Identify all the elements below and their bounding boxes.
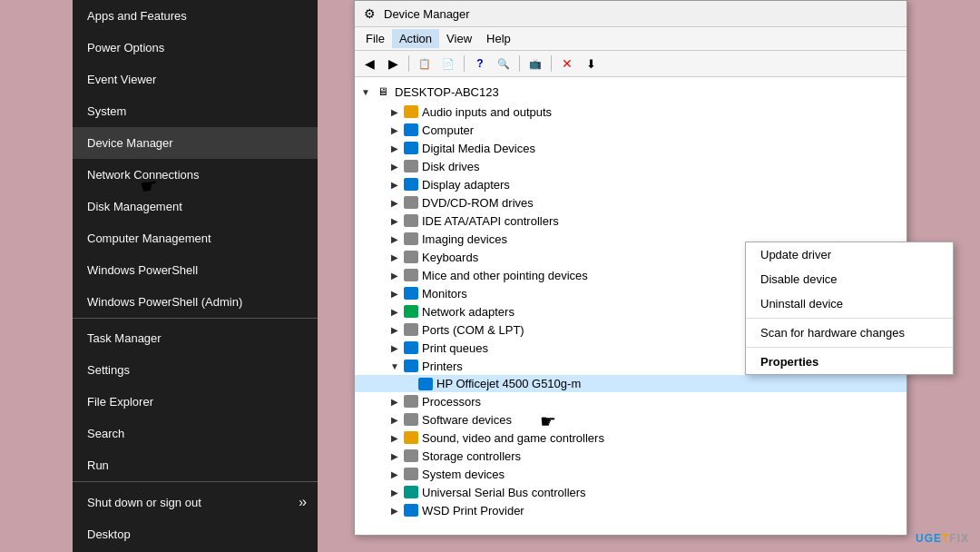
start-menu-item-shut-down[interactable]: Shut down or sign out › [73,486,318,518]
toolbar-separator-1 [408,55,409,72]
toolbar-btn-down[interactable]: ⬇ [580,54,602,74]
ctx-update-driver[interactable]: Update driver [746,242,953,267]
software-icon [404,413,418,426]
system-arrow [387,467,402,481]
monitors-icon [404,287,418,300]
tree-root[interactable]: 🖥 DESKTOP-ABC123 [355,81,906,103]
network-icon [404,305,418,318]
title-icon: ⚙ [362,6,377,21]
start-menu-item-disk-management[interactable]: Disk Management [73,191,318,222]
ctx-scan-hardware[interactable]: Scan for hardware changes [746,320,953,345]
toolbar-separator-3 [519,55,520,72]
imaging-arrow [387,232,402,246]
ctx-properties[interactable]: Properties [746,350,953,374]
keyboard-arrow [387,250,402,264]
watermark: UGETFIX [916,532,969,545]
ide-icon [404,214,418,227]
tree-item-ide[interactable]: IDE ATA/ATAPI controllers [355,212,906,230]
network-arrow [387,304,402,319]
disk-icon [404,160,418,172]
start-menu-item-search[interactable]: Search [73,418,318,449]
mice-arrow [387,268,402,282]
tree-item-software-devices[interactable]: Software devices [355,410,906,429]
dvd-arrow [387,195,402,210]
sound-icon [404,431,418,444]
start-menu-item-system[interactable]: System [73,95,318,127]
start-menu-item-desktop[interactable]: Desktop [73,518,318,550]
start-menu-item-event-viewer[interactable]: Event Viewer [73,64,318,95]
tree-item-universal-serial[interactable]: Universal Serial Bus controllers [355,483,906,501]
computer-dev-icon [404,123,418,136]
menubar: File Action View Help [355,27,906,51]
processors-arrow [387,394,402,409]
tree-item-wsd[interactable]: WSD Print Provider [355,501,906,519]
tree-item-storage[interactable]: Storage controllers [355,447,906,465]
tree-item-system-devices[interactable]: System devices [355,465,906,483]
window-title: Device Manager [384,7,470,21]
menu-file[interactable]: File [358,29,392,48]
display-icon [404,178,418,191]
ctx-divider [746,318,953,319]
imaging-icon [404,232,418,245]
start-menu-item-power-options[interactable]: Power Options [73,32,318,64]
toolbar-btn-red[interactable]: ✕ [556,54,578,74]
tree-item-processors[interactable]: Processors [355,392,906,410]
usb-icon [404,486,418,498]
disk-arrow [387,159,402,173]
wsd-arrow [387,503,402,518]
tree-item-display-adapters[interactable]: Display adapters [355,175,906,193]
start-menu-item-run[interactable]: Run [73,449,318,482]
toolbar-btn-4[interactable]: 📄 [437,54,459,74]
back-button[interactable]: ◀ [358,54,380,74]
computer-icon: 🖥 [375,84,391,100]
toolbar-btn-help[interactable]: ? [469,54,491,74]
mice-icon [404,269,418,281]
software-arrow [387,412,402,427]
menu-view[interactable]: View [439,29,479,48]
toolbar-btn-5[interactable]: 🔍 [493,54,514,74]
ports-arrow [387,322,402,337]
root-label: DESKTOP-ABC123 [395,85,499,99]
tree-item-dvd[interactable]: DVD/CD-ROM drives [355,193,906,212]
toolbar: ◀ ▶ 📋 📄 ? 🔍 📺 ✕ ⬇ [355,51,906,77]
tree-item-computer[interactable]: Computer [355,121,906,139]
start-menu-item-task-manager[interactable]: Task Manager [73,322,318,354]
ports-icon [404,323,418,336]
context-menu: Update driver Disable device Uninstall d… [745,242,954,375]
tree-item-sound-video[interactable]: Sound, video and game controllers [355,429,906,447]
start-menu-item-network-connections[interactable]: Network Connections [73,159,318,191]
tree-item-disk-drives[interactable]: Disk drives [355,157,906,175]
forward-button[interactable]: ▶ [382,54,404,74]
ctx-disable-device[interactable]: Disable device [746,267,953,291]
arrow-icon: › [299,495,303,509]
start-menu-item-computer-management[interactable]: Computer Management [73,222,318,254]
toolbar-btn-3[interactable]: 📋 [414,54,436,74]
toolbar-separator-4 [551,55,552,72]
start-menu-item-device-manager[interactable]: Device Manager [73,127,318,159]
tree-item-audio[interactable]: Audio inputs and outputs [355,103,906,121]
start-menu-item-file-explorer[interactable]: File Explorer [73,386,318,418]
start-menu-item-apps-features[interactable]: Apps and Features [73,0,318,32]
tree-item-hp-printer[interactable]: HP Officejet 4500 G510g-m [355,375,906,392]
usb-arrow [387,485,402,499]
processors-icon [404,395,418,408]
menu-help[interactable]: Help [479,29,518,48]
system-icon [404,468,418,480]
menu-action[interactable]: Action [392,29,439,48]
tree-item-digital-media[interactable]: Digital Media Devices [355,139,906,157]
toolbar-btn-6[interactable]: 📺 [524,54,546,74]
digital-icon [404,142,418,154]
dvd-icon [404,196,418,209]
storage-arrow [387,448,402,463]
printers-icon [404,360,418,372]
start-menu-item-windows-powershell[interactable]: Windows PowerShell [73,254,318,286]
start-menu-item-settings[interactable]: Settings [73,354,318,386]
digital-arrow [387,141,402,155]
titlebar: ⚙ Device Manager [355,1,906,27]
start-menu-item-windows-powershell-admin[interactable]: Windows PowerShell (Admin) [73,286,318,319]
ctx-uninstall-device[interactable]: Uninstall device [746,291,953,316]
ide-arrow [387,213,402,228]
print-queues-icon [404,341,418,354]
print-queues-arrow [387,340,402,355]
device-manager-window: ⚙ Device Manager File Action View Help ◀… [354,0,907,536]
